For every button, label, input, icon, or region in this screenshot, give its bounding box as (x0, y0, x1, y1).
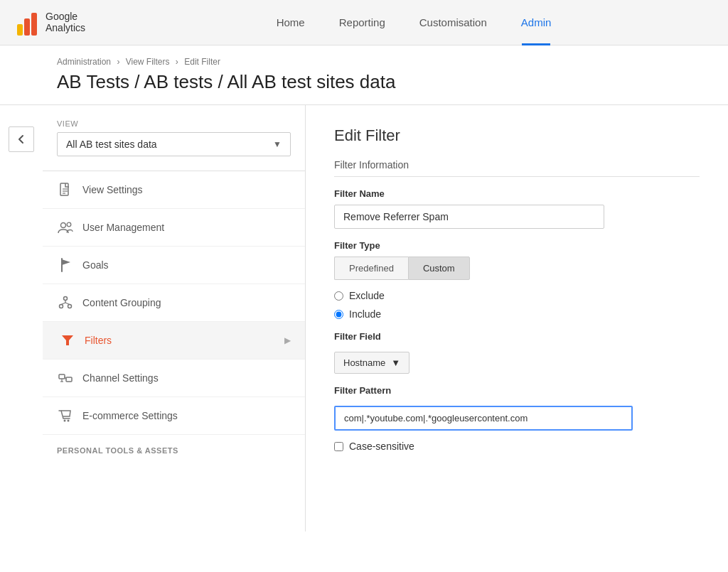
filter-pattern-input[interactable] (334, 406, 633, 431)
sidebar-item-content-grouping[interactable]: Content Grouping (43, 284, 305, 322)
sidebar-item-channel-settings[interactable]: Channel Settings (43, 360, 305, 397)
case-sensitive-option[interactable]: Case-sensitive (334, 441, 700, 452)
flag-icon (57, 257, 74, 274)
svg-rect-0 (17, 24, 23, 36)
svg-point-24 (68, 420, 70, 422)
filter-field-dropdown[interactable]: Hostname ▼ (334, 352, 410, 374)
filter-name-input[interactable] (334, 205, 604, 229)
filter-type-predefined-button[interactable]: Predefined (334, 257, 408, 280)
sidebar-item-goals[interactable]: Goals (43, 247, 305, 284)
filter-field-label: Filter Field (334, 331, 700, 342)
filter-field-arrow-icon: ▼ (391, 357, 400, 368)
filter-information-section: Filter Information (334, 159, 700, 177)
svg-point-11 (64, 297, 68, 301)
svg-point-7 (61, 223, 66, 228)
users-icon (57, 219, 74, 236)
svg-marker-10 (62, 259, 70, 265)
google-analytics-logo-icon (14, 10, 40, 36)
sidebar-item-label-ecommerce-settings: E-commerce Settings (82, 410, 178, 421)
filter-type-custom-button[interactable]: Custom (408, 257, 470, 280)
logo-google-label: Google (46, 11, 85, 22)
document-icon (57, 181, 74, 198)
breadcrumb-view-filters[interactable]: View Filters (126, 57, 170, 67)
case-sensitive-checkbox[interactable] (334, 442, 343, 451)
top-navigation: Google Analytics Home Reporting Customis… (0, 0, 728, 45)
case-sensitive-label: Case-sensitive (349, 441, 414, 452)
sidebar-item-label-view-settings: View Settings (82, 184, 143, 195)
sidebar-item-user-management[interactable]: User Management (43, 209, 305, 247)
view-dropdown[interactable]: All AB test sites data ▼ (57, 132, 291, 156)
page-title-rest: / AB tests / All AB test sites data (129, 71, 395, 92)
svg-rect-1 (24, 18, 30, 36)
nav-home[interactable]: Home (259, 0, 322, 45)
radio-exclude-option[interactable]: Exclude (334, 290, 700, 301)
svg-marker-17 (62, 335, 73, 345)
page-title: AB Tests / AB tests / All AB test sites … (57, 71, 671, 93)
cart-icon (57, 407, 74, 424)
nav-admin[interactable]: Admin (504, 0, 569, 45)
breadcrumb: Administration › View Filters › Edit Fil… (57, 57, 671, 67)
header-area: Administration › View Filters › Edit Fil… (0, 45, 728, 105)
edit-filter-title: Edit Filter (334, 126, 700, 145)
breadcrumb-administration[interactable]: Administration (57, 57, 111, 67)
nav-customisation[interactable]: Customisation (402, 0, 504, 45)
filter-type-label: Filter Type (334, 240, 700, 251)
back-button[interactable] (9, 126, 34, 152)
sidebar-item-ecommerce-settings[interactable]: E-commerce Settings (43, 397, 305, 435)
radio-include-label: Include (349, 308, 381, 320)
nav-links: Home Reporting Customisation Admin (114, 0, 714, 45)
back-column (0, 105, 43, 531)
sidebar-item-label-user-management: User Management (82, 222, 164, 233)
sidebar-item-filters[interactable]: Filters ▶ (43, 322, 305, 360)
filter-pattern-label: Filter Pattern (334, 385, 700, 396)
sidebar-view-label: VIEW (43, 119, 305, 132)
svg-point-13 (68, 305, 72, 308)
sidebar-chevron-icon: ▶ (284, 335, 291, 345)
channel-icon (57, 369, 74, 387)
svg-point-8 (67, 222, 71, 227)
content-area: Edit Filter Filter Information Filter Na… (306, 105, 728, 531)
view-dropdown-value: All AB test sites data (66, 139, 157, 150)
filter-name-label: Filter Name (334, 188, 700, 199)
filter-icon (59, 332, 76, 349)
filter-field-value: Hostname (343, 357, 385, 368)
dropdown-arrow-icon: ▼ (273, 139, 282, 149)
sidebar-item-label-content-grouping: Content Grouping (82, 297, 161, 308)
breadcrumb-edit-filter[interactable]: Edit Filter (184, 57, 220, 67)
svg-point-23 (64, 420, 66, 422)
svg-rect-18 (59, 374, 65, 379)
logo-analytics-label: Analytics (46, 23, 85, 33)
svg-rect-19 (66, 377, 72, 382)
hierarchy-icon (57, 294, 74, 311)
logo-text: Google Analytics (46, 11, 85, 33)
svg-rect-2 (31, 13, 37, 36)
nav-reporting[interactable]: Reporting (322, 0, 402, 45)
filter-type-group: Predefined Custom (334, 257, 700, 280)
sidebar-item-label-goals: Goals (82, 259, 109, 271)
svg-point-12 (60, 305, 63, 308)
radio-include-input[interactable] (334, 310, 343, 319)
radio-include-option[interactable]: Include (334, 308, 700, 320)
radio-exclude-input[interactable] (334, 291, 343, 301)
sidebar-item-label-channel-settings: Channel Settings (82, 372, 159, 384)
radio-group: Exclude Include (334, 290, 700, 320)
radio-exclude-label: Exclude (349, 290, 385, 301)
page-title-strong: AB Tests (57, 71, 129, 92)
logo-area: Google Analytics (14, 10, 85, 36)
main-layout: VIEW All AB test sites data ▼ View Setti… (0, 105, 728, 531)
sidebar-item-view-settings[interactable]: View Settings (43, 171, 305, 209)
sidebar-section-personal-tools: PERSONAL TOOLS & ASSETS (43, 435, 305, 460)
sidebar: VIEW All AB test sites data ▼ View Setti… (43, 105, 306, 531)
svg-line-15 (61, 303, 65, 305)
svg-line-16 (65, 303, 70, 305)
back-arrow-icon (16, 134, 26, 144)
sidebar-item-label-filters: Filters (85, 335, 112, 346)
